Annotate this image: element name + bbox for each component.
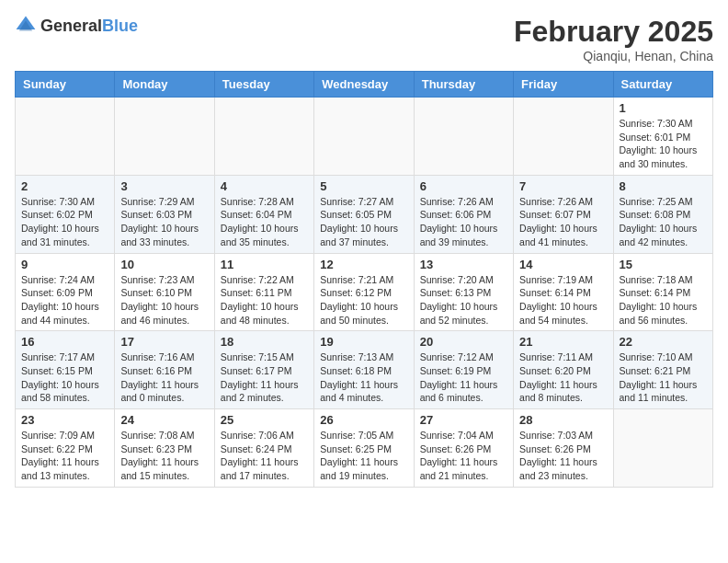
day-info: Sunrise: 7:27 AM Sunset: 6:05 PM Dayligh… [320, 195, 407, 249]
calendar-cell: 15Sunrise: 7:18 AM Sunset: 6:14 PM Dayli… [613, 253, 712, 331]
calendar-cell: 1Sunrise: 7:30 AM Sunset: 6:01 PM Daylig… [613, 98, 712, 176]
weekday-header-friday: Friday [514, 72, 613, 98]
day-info: Sunrise: 7:30 AM Sunset: 6:01 PM Dayligh… [620, 117, 707, 171]
weekday-header-sunday: Sunday [16, 72, 115, 98]
day-info: Sunrise: 7:17 AM Sunset: 6:15 PM Dayligh… [21, 350, 108, 405]
title-area: February 2025 Qianqiu, Henan, China [514, 15, 713, 63]
calendar-cell [613, 409, 712, 488]
calendar-cell [414, 98, 513, 176]
day-number: 19 [320, 335, 407, 349]
day-info: Sunrise: 7:29 AM Sunset: 6:03 PM Dayligh… [120, 195, 208, 249]
weekday-header-monday: Monday [115, 72, 214, 98]
logo: GeneralBlue [15, 15, 138, 37]
day-number: 23 [21, 413, 108, 427]
day-info: Sunrise: 7:10 AM Sunset: 6:21 PM Dayligh… [620, 350, 707, 405]
calendar-cell: 18Sunrise: 7:15 AM Sunset: 6:17 PM Dayli… [214, 331, 313, 409]
location: Qianqiu, Henan, China [514, 49, 713, 63]
day-number: 6 [420, 179, 507, 193]
day-info: Sunrise: 7:28 AM Sunset: 6:04 PM Dayligh… [221, 195, 308, 249]
calendar-cell: 20Sunrise: 7:12 AM Sunset: 6:19 PM Dayli… [414, 331, 513, 409]
day-info: Sunrise: 7:12 AM Sunset: 6:19 PM Dayligh… [420, 350, 507, 405]
day-number: 8 [620, 179, 707, 193]
day-number: 9 [21, 258, 108, 271]
day-info: Sunrise: 7:21 AM Sunset: 6:12 PM Dayligh… [320, 273, 407, 327]
day-number: 20 [420, 335, 507, 349]
calendar-cell: 27Sunrise: 7:04 AM Sunset: 6:26 PM Dayli… [414, 409, 513, 488]
day-number: 28 [519, 413, 607, 427]
calendar-week-row: 23Sunrise: 7:09 AM Sunset: 6:22 PM Dayli… [16, 409, 713, 488]
day-number: 4 [221, 179, 308, 193]
month-title: February 2025 [514, 15, 713, 49]
calendar-cell: 19Sunrise: 7:13 AM Sunset: 6:18 PM Dayli… [314, 331, 414, 409]
calendar-cell: 26Sunrise: 7:05 AM Sunset: 6:25 PM Dayli… [314, 409, 414, 488]
day-info: Sunrise: 7:11 AM Sunset: 6:20 PM Dayligh… [519, 350, 607, 405]
calendar-cell: 12Sunrise: 7:21 AM Sunset: 6:12 PM Dayli… [314, 253, 414, 331]
day-info: Sunrise: 7:04 AM Sunset: 6:26 PM Dayligh… [420, 429, 507, 483]
day-info: Sunrise: 7:05 AM Sunset: 6:25 PM Dayligh… [320, 429, 407, 483]
day-info: Sunrise: 7:13 AM Sunset: 6:18 PM Dayligh… [320, 350, 407, 405]
day-number: 24 [120, 413, 208, 427]
calendar-cell: 16Sunrise: 7:17 AM Sunset: 6:15 PM Dayli… [16, 331, 115, 409]
day-number: 5 [320, 179, 407, 193]
calendar-cell: 10Sunrise: 7:23 AM Sunset: 6:10 PM Dayli… [115, 253, 214, 331]
day-info: Sunrise: 7:06 AM Sunset: 6:24 PM Dayligh… [221, 429, 308, 483]
calendar-week-row: 1Sunrise: 7:30 AM Sunset: 6:01 PM Daylig… [16, 98, 713, 176]
day-info: Sunrise: 7:18 AM Sunset: 6:14 PM Dayligh… [620, 273, 707, 327]
weekday-header-thursday: Thursday [414, 72, 513, 98]
day-number: 18 [221, 335, 308, 349]
day-number: 16 [21, 335, 108, 349]
calendar-week-row: 2Sunrise: 7:30 AM Sunset: 6:02 PM Daylig… [16, 175, 713, 253]
calendar-cell: 24Sunrise: 7:08 AM Sunset: 6:23 PM Dayli… [115, 409, 214, 488]
day-info: Sunrise: 7:23 AM Sunset: 6:10 PM Dayligh… [120, 273, 208, 327]
calendar-cell [314, 98, 414, 176]
calendar-cell: 3Sunrise: 7:29 AM Sunset: 6:03 PM Daylig… [115, 175, 214, 253]
calendar-cell: 21Sunrise: 7:11 AM Sunset: 6:20 PM Dayli… [514, 331, 613, 409]
logo-general: GeneralBlue [40, 17, 138, 36]
calendar-cell [514, 98, 613, 176]
day-info: Sunrise: 7:25 AM Sunset: 6:08 PM Dayligh… [620, 195, 707, 249]
logo-icon [15, 15, 37, 37]
day-number: 22 [620, 335, 707, 349]
calendar-cell [115, 98, 214, 176]
calendar-cell: 8Sunrise: 7:25 AM Sunset: 6:08 PM Daylig… [613, 175, 712, 253]
calendar-week-row: 9Sunrise: 7:24 AM Sunset: 6:09 PM Daylig… [16, 253, 713, 331]
day-info: Sunrise: 7:24 AM Sunset: 6:09 PM Dayligh… [21, 273, 108, 327]
day-info: Sunrise: 7:03 AM Sunset: 6:26 PM Dayligh… [519, 429, 607, 483]
day-info: Sunrise: 7:30 AM Sunset: 6:02 PM Dayligh… [21, 195, 108, 249]
calendar: SundayMondayTuesdayWednesdayThursdayFrid… [15, 71, 713, 488]
calendar-cell: 13Sunrise: 7:20 AM Sunset: 6:13 PM Dayli… [414, 253, 513, 331]
day-info: Sunrise: 7:09 AM Sunset: 6:22 PM Dayligh… [21, 429, 108, 483]
calendar-cell: 11Sunrise: 7:22 AM Sunset: 6:11 PM Dayli… [214, 253, 313, 331]
calendar-week-row: 16Sunrise: 7:17 AM Sunset: 6:15 PM Dayli… [16, 331, 713, 409]
day-number: 21 [519, 335, 607, 349]
weekday-header-saturday: Saturday [613, 72, 712, 98]
day-info: Sunrise: 7:22 AM Sunset: 6:11 PM Dayligh… [221, 273, 308, 327]
day-number: 17 [120, 335, 208, 349]
day-number: 10 [120, 258, 208, 271]
day-number: 3 [120, 179, 208, 193]
calendar-cell: 6Sunrise: 7:26 AM Sunset: 6:06 PM Daylig… [414, 175, 513, 253]
day-number: 7 [519, 179, 607, 193]
calendar-cell: 28Sunrise: 7:03 AM Sunset: 6:26 PM Dayli… [514, 409, 613, 488]
calendar-cell: 23Sunrise: 7:09 AM Sunset: 6:22 PM Dayli… [16, 409, 115, 488]
day-info: Sunrise: 7:26 AM Sunset: 6:06 PM Dayligh… [420, 195, 507, 249]
day-number: 13 [420, 258, 507, 271]
day-number: 1 [620, 101, 707, 115]
calendar-cell [214, 98, 313, 176]
weekday-header-row: SundayMondayTuesdayWednesdayThursdayFrid… [16, 72, 713, 98]
calendar-cell: 17Sunrise: 7:16 AM Sunset: 6:16 PM Dayli… [115, 331, 214, 409]
day-info: Sunrise: 7:08 AM Sunset: 6:23 PM Dayligh… [120, 429, 208, 483]
day-info: Sunrise: 7:19 AM Sunset: 6:14 PM Dayligh… [519, 273, 607, 327]
page-header: GeneralBlue February 2025 Qianqiu, Henan… [15, 15, 713, 63]
weekday-header-tuesday: Tuesday [214, 72, 313, 98]
day-info: Sunrise: 7:15 AM Sunset: 6:17 PM Dayligh… [221, 350, 308, 405]
calendar-cell: 4Sunrise: 7:28 AM Sunset: 6:04 PM Daylig… [214, 175, 313, 253]
day-info: Sunrise: 7:16 AM Sunset: 6:16 PM Dayligh… [120, 350, 208, 405]
calendar-cell: 14Sunrise: 7:19 AM Sunset: 6:14 PM Dayli… [514, 253, 613, 331]
calendar-cell: 7Sunrise: 7:26 AM Sunset: 6:07 PM Daylig… [514, 175, 613, 253]
day-number: 12 [320, 258, 407, 271]
calendar-cell: 9Sunrise: 7:24 AM Sunset: 6:09 PM Daylig… [16, 253, 115, 331]
calendar-cell: 25Sunrise: 7:06 AM Sunset: 6:24 PM Dayli… [214, 409, 313, 488]
day-number: 2 [21, 179, 108, 193]
calendar-cell: 2Sunrise: 7:30 AM Sunset: 6:02 PM Daylig… [16, 175, 115, 253]
